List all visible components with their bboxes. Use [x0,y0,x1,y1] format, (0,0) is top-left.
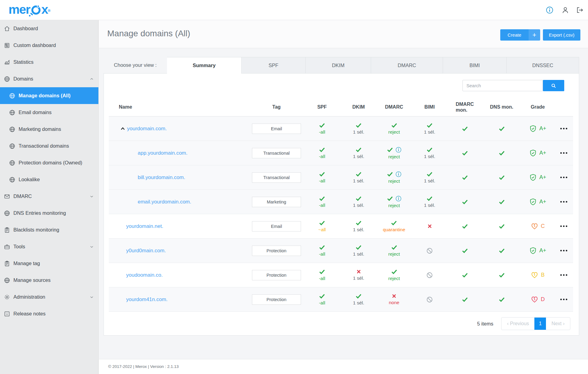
grade-cell: A+ [521,174,554,181]
domains-card: Choose your view :SummarySPFDKIMDMARCBIM… [104,57,579,336]
chevron-up-icon [89,77,94,81]
tab-summary[interactable]: Summary [167,57,242,74]
user-icon[interactable] [561,6,569,14]
column-header-name: Name [109,104,250,110]
globe-icon [9,143,16,149]
sidebar-item-release-notes[interactable]: Release notes [0,305,98,322]
search-button[interactable] [543,80,564,91]
broken-heart-icon [531,222,538,230]
sidebar-item-marketing-domains[interactable]: Marketing domains [0,121,98,138]
tabs-caption: Choose your view : [104,57,167,74]
check-icon [319,147,325,153]
grade-letter: A+ [539,174,546,181]
sidebar-item-label: Manage domains (All) [19,93,71,99]
domain-link[interactable]: y0urd0main.com. [126,248,166,254]
domain-link[interactable]: youdoomain.co. [126,272,163,278]
current-page-button[interactable]: 1 [534,318,546,330]
bimi-cell: 1 sél. [412,196,447,208]
sidebar-item-transactional-domains[interactable]: Transactional domains [0,138,98,154]
export-button-label: Export (.csv) [549,32,574,38]
sidebar-item-manage-sources[interactable]: Manage sources [0,272,98,289]
row-actions-button[interactable] [560,250,567,251]
status-label: 1 sél. [353,227,364,232]
tab-spf[interactable]: SPF [242,57,306,74]
status-label: reject [388,276,400,281]
chevron-down-icon [89,295,94,300]
sidebar-item-lookalike[interactable]: Lookalike [0,171,98,188]
sidebar-item-dns-entries-monitoring[interactable]: DNS Entries monitoring [0,205,98,221]
sidebar-item-manage-domains-all[interactable]: Manage domains (All) [0,87,98,104]
check-icon [498,175,505,180]
tab-dkim[interactable]: DKIM [306,57,371,74]
domain-link[interactable]: bill.yourdomain.com. [138,174,185,181]
sidebar-item-email-domains[interactable]: Email domains [0,104,98,121]
table-row: app.yourdomain.com.Transactional-all1 sé… [109,141,573,165]
next-page-button[interactable]: Next › [546,318,570,330]
info-icon[interactable] [545,6,554,14]
sidebar-item-dmarc[interactable]: DMARC [0,188,98,205]
row-actions-button[interactable] [560,177,567,178]
actions-cell [554,299,573,300]
sidebar-item-dashboard[interactable]: Dashboard [0,20,98,37]
create-button[interactable]: Create + [500,29,540,41]
toolbox-icon [4,243,10,250]
domain-link[interactable]: yourdomain.net. [126,223,163,229]
sidebar-item-manage-tag[interactable]: Manage tag [0,255,98,272]
column-header-dkim: DKIM [341,104,376,110]
sidebar-item-tools[interactable]: Tools [0,238,98,255]
check-icon [319,293,325,299]
status-label: 1 sél. [424,178,435,184]
check-icon [355,196,362,201]
domain-link[interactable]: app.yourdomain.com. [138,150,187,156]
bimi-cell: 1 sél. [412,123,447,135]
export-csv-button[interactable]: Export (.csv) [543,29,580,41]
sidebar-item-administration[interactable]: Administration [0,289,98,305]
logout-icon[interactable] [576,6,584,14]
check-icon [319,123,325,128]
sidebar-item-domains[interactable]: Domains [0,70,98,87]
dmarc-cell: reject [376,123,412,135]
sidebar-item-label: Lookalike [19,177,40,182]
sidebar-item-custom-dashboard[interactable]: Custom dashboard [0,37,98,54]
info-square-icon [4,311,10,317]
actions-cell [554,201,573,203]
merox-logo[interactable]: mer x ® [9,2,51,18]
check-icon [498,248,505,254]
status-label: none [389,300,399,305]
tab-dmarc[interactable]: DMARC [371,57,443,74]
clipboard-icon [4,260,10,267]
domain-link[interactable]: yourdomain.com. [127,126,167,132]
row-actions-button[interactable] [560,299,567,300]
previous-page-button[interactable]: ‹ Previous [501,318,534,330]
sidebar-item-blacklists-monitoring[interactable]: Blacklists monitoring [0,221,98,238]
sidebar-item-statistics[interactable]: Statistics [0,54,98,70]
table-row: youdoomain.co.Protection-all1 sél.reject… [109,263,573,287]
blocked-icon [426,272,433,279]
sidebar-item-protection-domains-owned[interactable]: Protection domains (Owned) [0,154,98,171]
status-label: reject [388,203,400,208]
row-actions-button[interactable] [560,152,567,154]
check-icon [426,147,433,153]
domain-link[interactable]: yourdom41n.com. [126,297,168,303]
collapse-caret-icon[interactable] [120,127,125,131]
shield-check-icon [529,174,537,181]
row-actions-button[interactable] [560,274,567,276]
grade-cell: B [521,271,554,279]
table-row: y0urd0main.com.Protection-all1 sél.rejec… [109,239,573,263]
status-label: -all [319,129,325,135]
row-actions-button[interactable] [560,128,567,129]
status-label: -all [319,154,325,159]
dns-mon-cell [482,175,521,180]
tab-dnssec[interactable]: DNSSEC [507,57,579,74]
row-actions-button[interactable] [560,225,567,227]
tab-bimi[interactable]: BIMI [443,57,507,74]
domain-link[interactable]: email.yourdomain.com. [138,199,191,205]
check-icon [462,175,468,180]
row-actions-button[interactable] [560,201,567,203]
x-icon [356,269,361,274]
sidebar-item-label: Domains [13,76,33,82]
tag-cell: Transactional [250,148,303,158]
grade-cell: A+ [521,149,554,157]
registered-mark: ® [48,4,51,18]
search-input[interactable] [462,80,543,91]
